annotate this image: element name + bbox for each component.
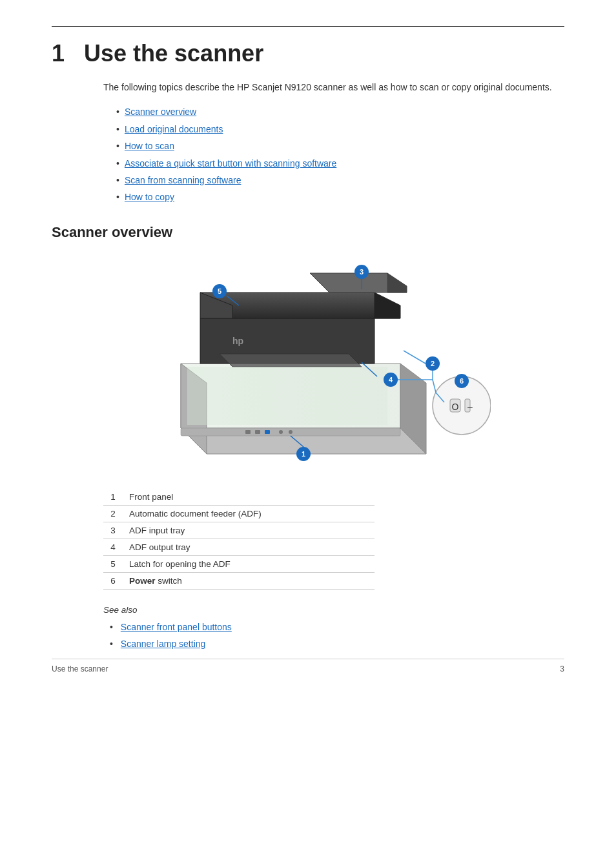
see-also-link-2[interactable]: Scanner lamp setting [121,639,206,649]
toc-link-6[interactable]: How to copy [125,192,174,202]
svg-rect-14 [255,430,260,434]
page-container: 1 Use the scanner The following topics d… [0,0,616,693]
svg-rect-13 [245,430,251,434]
toc-list: Scanner overview Load original documents… [116,105,564,204]
toc-link-1[interactable]: Scanner overview [125,107,196,117]
part-num-1: 1 [103,489,123,506]
top-border [52,26,564,27]
table-row-6: 6 Power switch [103,572,375,589]
part-label-6-rest: switch [156,576,182,586]
see-also-section: See also Scanner front panel buttons Sca… [103,605,564,652]
part-num-6: 6 [103,572,123,589]
svg-marker-11 [187,367,387,425]
svg-marker-6 [375,293,400,318]
toc-link-5[interactable]: Scan from scanning software [125,175,241,185]
intro-paragraph: The following topics describe the HP Sca… [103,80,564,94]
svg-line-39 [433,380,436,393]
page-footer: Use the scanner 3 [52,659,564,673]
table-row-2: 2 Automatic document feeder (ADF) [103,505,375,522]
see-also-list: Scanner front panel buttons Scanner lamp… [110,620,564,652]
toc-item-1[interactable]: Scanner overview [116,105,564,119]
svg-text:5: 5 [218,287,221,295]
part-num-4: 4 [103,539,123,555]
toc-item-3[interactable]: How to scan [116,139,564,153]
toc-link-3[interactable]: How to scan [125,141,174,151]
part-label-5: Latch for opening the ADF [123,555,375,572]
table-row-5: 5 Latch for opening the ADF [103,555,375,572]
see-also-item-1[interactable]: Scanner front panel buttons [110,620,564,634]
svg-text:–: – [467,402,473,412]
svg-text:6: 6 [460,377,464,385]
chapter-title: 1 Use the scanner [52,40,564,67]
parts-table: 1 Front panel 2 Automatic document feede… [103,489,375,590]
svg-point-16 [279,430,283,434]
part-num-5: 5 [103,555,123,572]
scanner-svg: hp 1 5 3 4 2 [103,254,491,480]
part-label-3: ADF input tray [123,522,375,539]
see-also-label: See also [103,605,564,615]
svg-text:3: 3 [360,268,364,276]
footer-page-number: 3 [560,664,564,673]
toc-item-5[interactable]: Scan from scanning software [116,173,564,187]
table-row-3: 3 ADF input tray [103,522,375,539]
see-also-link-1[interactable]: Scanner front panel buttons [121,622,232,632]
scanner-overview-heading: Scanner overview [52,224,564,241]
toc-link-2[interactable]: Load original documents [125,124,223,134]
part-label-4: ADF output tray [123,539,375,555]
svg-marker-9 [387,273,407,293]
svg-marker-10 [220,354,362,367]
svg-text:1: 1 [302,450,305,458]
footer-chapter-name: Use the scanner [52,664,560,673]
svg-text:2: 2 [431,360,435,367]
chapter-number: 1 [52,40,65,67]
part-label-6-bold: Power [129,576,156,586]
svg-text:4: 4 [389,376,393,384]
scanner-diagram: hp 1 5 3 4 2 [103,254,478,473]
table-row-1: 1 Front panel [103,489,375,506]
svg-text:O: O [452,402,459,412]
toc-link-4[interactable]: Associate a quick start button with scan… [125,158,336,169]
see-also-item-2[interactable]: Scanner lamp setting [110,637,564,651]
part-label-2: Automatic document feeder (ADF) [123,505,375,522]
svg-text:hp: hp [232,336,243,346]
svg-point-17 [289,430,293,434]
part-label-6: Power switch [123,572,375,589]
toc-item-6[interactable]: How to copy [116,190,564,204]
part-num-3: 3 [103,522,123,539]
chapter-title-text: Use the scanner [84,40,263,67]
svg-line-35 [404,351,426,364]
table-row-4: 4 ADF output tray [103,539,375,555]
part-label-1: Front panel [123,489,375,506]
part-num-2: 2 [103,505,123,522]
toc-item-4[interactable]: Associate a quick start button with scan… [116,156,564,170]
svg-rect-15 [265,430,270,434]
toc-item-2[interactable]: Load original documents [116,122,564,136]
